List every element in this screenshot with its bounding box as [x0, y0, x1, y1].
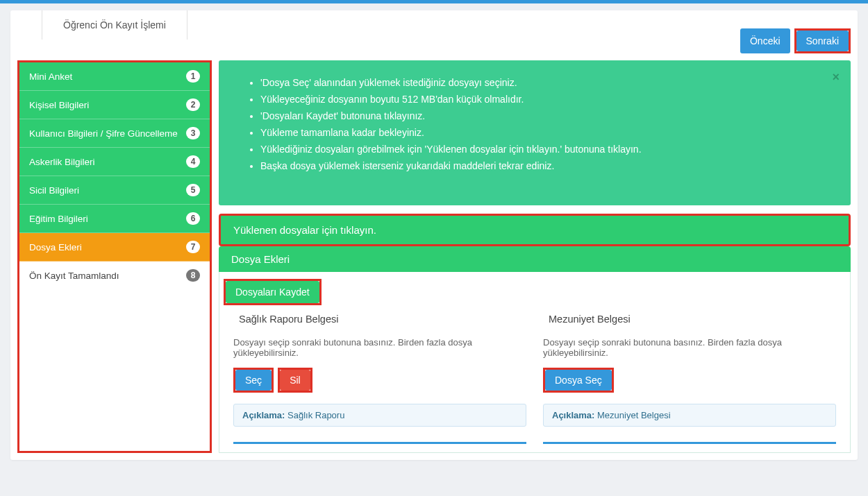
- note-value: Sağlık Raporu: [285, 410, 344, 420]
- info-list-item: Yükleme tamamlana kadar bekleyiniz.: [260, 124, 837, 141]
- file-buttons-right: Dosya Seç: [543, 368, 836, 393]
- sidebar-item-badge: 7: [186, 241, 200, 253]
- sidebar-item-badge: 3: [186, 127, 200, 139]
- sidebar-item-badge: 5: [186, 184, 200, 196]
- info-list-item: Yüklediğiniz dosyaları görebilmek için '…: [260, 141, 837, 157]
- note-label: Açıklama:: [242, 410, 285, 420]
- page-tab-title[interactable]: Öğrenci Ön Kayıt İşlemi: [42, 10, 187, 40]
- info-list-item: 'Dosya Seç' alanından yüklemek istediğin…: [260, 74, 837, 91]
- file-panel: Dosyaları Kaydet Sağlık Raporu Belgesi D…: [219, 272, 851, 453]
- select-button-highlight: Seç: [233, 368, 274, 393]
- note-label: Açıklama:: [552, 410, 594, 420]
- select-button-highlight: Dosya Seç: [543, 368, 614, 393]
- sidebar-item-badge: 4: [186, 155, 200, 168]
- top-accent-bar: [0, 0, 868, 3]
- next-button-highlight: Sonraki: [794, 28, 851, 53]
- sidebar-item-mini-anket[interactable]: Mini Anket 1: [19, 62, 210, 91]
- file-attachments-header: Dosya Ekleri: [219, 246, 851, 272]
- sidebar-item-badge: 6: [186, 212, 200, 225]
- sidebar-item-badge: 8: [186, 269, 200, 282]
- column-underline: [543, 442, 836, 444]
- select-file-button[interactable]: Dosya Seç: [545, 370, 612, 391]
- column-underline: [233, 442, 526, 444]
- main-container: Öğrenci Ön Kayıt İşlemi Önceki Sonraki M…: [10, 10, 858, 460]
- sidebar-item-badge: 1: [186, 70, 200, 83]
- sidebar-item-kullanici[interactable]: Kullanıcı Bilgileri / Şifre Güncelleme 3: [19, 119, 210, 148]
- sidebar-item-label: Askerlik Bilgileri: [29, 157, 95, 167]
- file-note-left: Açıklama: Sağlık Raporu: [233, 404, 526, 427]
- sidebar-item-label: Eğitim Bilgileri: [29, 214, 88, 224]
- sidebar-item-badge: 2: [186, 99, 200, 111]
- file-col-saglik: Sağlık Raporu Belgesi Dosyayı seçip sonr…: [233, 314, 526, 444]
- content-area: × 'Dosya Seç' alanından yüklemek istediğ…: [219, 60, 851, 453]
- save-files-highlight: Dosyaları Kaydet: [224, 279, 322, 305]
- file-buttons-left: Seç Sil: [233, 368, 526, 393]
- sidebar-item-label: Kişisel Bilgileri: [29, 100, 89, 110]
- file-col-mezuniyet: Mezuniyet Belgesi Dosyayı seçip sonraki …: [543, 314, 836, 444]
- sidebar-item-sicil[interactable]: Sicil Bilgileri 5: [19, 176, 210, 205]
- info-list: 'Dosya Seç' alanından yüklemek istediğin…: [233, 74, 837, 174]
- header-row: Öğrenci Ön Kayıt İşlemi Önceki Sonraki: [10, 10, 858, 53]
- top-buttons: Önceki Sonraki: [740, 10, 851, 53]
- save-files-button[interactable]: Dosyaları Kaydet: [226, 281, 319, 303]
- file-note-right: Açıklama: Mezuniyet Belgesi: [543, 404, 836, 427]
- select-file-button[interactable]: Seç: [235, 370, 272, 391]
- sidebar-item-askerlik[interactable]: Askerlik Bilgileri 4: [19, 148, 210, 176]
- file-col-desc: Dosyayı seçip sonraki butonuna basınız. …: [543, 337, 836, 358]
- file-col-title: Sağlık Raporu Belgesi: [233, 314, 526, 325]
- next-button[interactable]: Sonraki: [796, 31, 849, 51]
- info-list-item: Yükleyeceğiniz dosyanın boyutu 512 MB'da…: [260, 91, 837, 108]
- info-list-item: 'Dosyaları Kaydet' butonuna tıklayınız.: [260, 108, 837, 124]
- delete-file-button[interactable]: Sil: [280, 370, 310, 391]
- sidebar-item-tamamlandi[interactable]: Ön Kayıt Tamamlandı 8: [19, 262, 210, 289]
- prev-button[interactable]: Önceki: [740, 28, 790, 53]
- uploaded-files-bar[interactable]: Yüklenen dosyalar için tıklayın.: [219, 214, 851, 246]
- note-value: Mezuniyet Belgesi: [594, 410, 670, 420]
- delete-button-highlight: Sil: [278, 368, 312, 393]
- sidebar-item-kisisel[interactable]: Kişisel Bilgileri 2: [19, 91, 210, 119]
- file-columns: Sağlık Raporu Belgesi Dosyayı seçip sonr…: [219, 314, 850, 452]
- sidebar-item-label: Sicil Bilgileri: [29, 185, 79, 196]
- sidebar-item-label: Ön Kayıt Tamamlandı: [29, 271, 119, 281]
- sidebar-item-dosya-ekleri[interactable]: Dosya Ekleri 7: [19, 233, 210, 262]
- main-content: Mini Anket 1 Kişisel Bilgileri 2 Kullanı…: [10, 53, 858, 460]
- sidebar-item-egitim[interactable]: Eğitim Bilgileri 6: [19, 205, 210, 233]
- sidebar-item-label: Mini Anket: [29, 71, 72, 82]
- sidebar-item-label: Dosya Ekleri: [29, 242, 82, 253]
- close-icon[interactable]: ×: [832, 70, 840, 85]
- sidebar-item-label: Kullanıcı Bilgileri / Şifre Güncelleme: [29, 128, 178, 139]
- file-col-title: Mezuniyet Belgesi: [543, 314, 836, 325]
- info-alert-box: × 'Dosya Seç' alanından yüklemek istediğ…: [219, 60, 851, 205]
- sidebar-steps: Mini Anket 1 Kişisel Bilgileri 2 Kullanı…: [17, 60, 212, 453]
- info-list-item: Başka dosya yüklemek isterseniz yukarıda…: [260, 157, 837, 174]
- file-col-desc: Dosyayı seçip sonraki butonuna basınız. …: [233, 337, 526, 358]
